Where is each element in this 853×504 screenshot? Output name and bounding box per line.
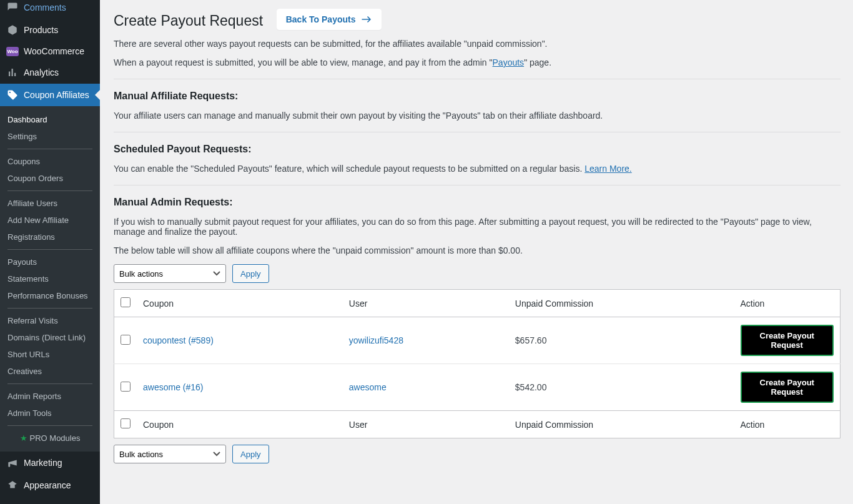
- col-commission: Unpaid Commission: [509, 290, 734, 317]
- create-payout-request-button[interactable]: Create Payout Request: [741, 325, 834, 356]
- affiliates-table: Coupon User Unpaid Commission Action cou…: [114, 289, 841, 438]
- submenu-settings[interactable]: Settings: [0, 128, 100, 145]
- manual-admin-heading: Manual Admin Requests:: [114, 197, 841, 208]
- sidebar-item-coupon-affiliates[interactable]: Coupon Affiliates: [0, 84, 100, 106]
- submenu-label: PRO Modules: [30, 433, 81, 443]
- manual-admin-text-1: If you wish to manually submit payout re…: [114, 217, 841, 237]
- commission-value: $542.00: [509, 364, 734, 411]
- create-payout-request-button[interactable]: Create Payout Request: [741, 372, 834, 403]
- submenu-admin-reports[interactable]: Admin Reports: [0, 388, 100, 405]
- sidebar-label: Coupon Affiliates: [24, 90, 89, 100]
- submenu-performance-bonuses[interactable]: Performance Bonuses: [0, 287, 100, 304]
- intro-text-1: There are several other ways payout requ…: [114, 39, 841, 49]
- sidebar-item-appearance[interactable]: Appearance: [0, 474, 100, 497]
- sidebar-label: Comments: [24, 2, 66, 12]
- sidebar-label: Marketing: [24, 458, 62, 468]
- submenu-add-new-affiliate[interactable]: Add New Affiliate: [0, 212, 100, 229]
- submenu-admin-tools[interactable]: Admin Tools: [0, 405, 100, 422]
- table-row: awesome (#16) awesome $542.00 Create Pay…: [114, 364, 841, 411]
- submenu-registrations[interactable]: Registrations: [0, 229, 100, 245]
- apply-button[interactable]: Apply: [232, 264, 269, 283]
- page-header: Create Payout Request Back To Payouts: [114, 0, 841, 30]
- sidebar-label: Appearance: [24, 480, 71, 490]
- col-action: Action: [734, 290, 841, 317]
- submenu-short-urls[interactable]: Short URLs: [0, 346, 100, 363]
- sidebar-item-marketing[interactable]: Marketing: [0, 452, 100, 474]
- scheduled-text: You can enable the "Scheduled Payouts" f…: [114, 164, 841, 174]
- row-checkbox[interactable]: [121, 382, 131, 392]
- sidebar-item-products[interactable]: Products: [0, 19, 100, 41]
- submenu-creatives[interactable]: Creatives: [0, 363, 100, 380]
- submenu-domains[interactable]: Domains (Direct Link): [0, 329, 100, 346]
- select-all-checkbox[interactable]: [121, 297, 131, 307]
- submenu-referral-visits[interactable]: Referral Visits: [0, 312, 100, 329]
- arrow-right-icon: [361, 15, 372, 24]
- col-coupon: Coupon: [137, 290, 343, 317]
- table-row: coupontest (#589) yowilizufi5428 $657.60…: [114, 317, 841, 364]
- bulk-actions-select[interactable]: Bulk actions: [114, 445, 226, 463]
- sidebar-label: Products: [24, 25, 58, 35]
- learn-more-link[interactable]: Learn More.: [584, 164, 631, 174]
- coupon-link[interactable]: coupontest (#589): [143, 335, 214, 345]
- submenu-coupon-orders[interactable]: Coupon Orders: [0, 170, 100, 187]
- coupon-affiliates-icon: [6, 89, 19, 101]
- sidebar-label: Analytics: [24, 67, 59, 77]
- analytics-icon: [6, 66, 19, 79]
- sidebar-label: WooCommerce: [24, 46, 84, 56]
- comments-icon: [6, 1, 19, 14]
- manual-admin-text-2: The below table will show all affiliate …: [114, 245, 841, 255]
- col-user: User: [343, 411, 509, 438]
- col-action: Action: [734, 411, 841, 438]
- apply-button[interactable]: Apply: [232, 445, 269, 463]
- appearance-icon: [6, 479, 19, 492]
- col-coupon: Coupon: [137, 411, 343, 438]
- sidebar-item-comments[interactable]: Comments: [0, 0, 100, 19]
- submenu-dashboard[interactable]: Dashboard: [0, 111, 100, 128]
- submenu-coupons[interactable]: Coupons: [0, 153, 100, 170]
- commission-value: $657.60: [509, 317, 734, 364]
- user-link[interactable]: yowilizufi5428: [349, 335, 403, 345]
- col-user: User: [343, 290, 509, 317]
- row-checkbox[interactable]: [121, 335, 131, 345]
- star-icon: ★: [20, 433, 27, 443]
- page-title: Create Payout Request: [114, 12, 263, 29]
- user-link[interactable]: awesome: [349, 382, 387, 392]
- manual-affiliate-text: Your affiliate users can manage and manu…: [114, 111, 841, 121]
- submenu-coupon-affiliates: Dashboard Settings Coupons Coupon Orders…: [0, 106, 100, 452]
- sidebar-item-analytics[interactable]: Analytics: [0, 61, 100, 84]
- payouts-link[interactable]: Payouts: [493, 57, 525, 67]
- submenu-payouts[interactable]: Payouts: [0, 254, 100, 270]
- coupon-link[interactable]: awesome (#16): [143, 382, 204, 392]
- admin-sidebar: Comments Products Woo WooCommerce Analyt…: [0, 0, 100, 504]
- back-button-label: Back To Payouts: [286, 14, 356, 24]
- products-icon: [6, 24, 19, 36]
- bulk-actions-select[interactable]: Bulk actions: [114, 264, 226, 283]
- sidebar-item-woocommerce[interactable]: Woo WooCommerce: [0, 41, 100, 61]
- select-all-checkbox-footer[interactable]: [121, 418, 131, 428]
- submenu-affiliate-users[interactable]: Affiliate Users: [0, 195, 100, 212]
- submenu-pro-modules[interactable]: ★PRO Modules: [0, 430, 100, 447]
- bulk-actions-top: Bulk actions Apply: [114, 264, 841, 283]
- intro-text-2: When a payout request is submitted, you …: [114, 57, 841, 67]
- bulk-actions-bottom: Bulk actions Apply: [114, 445, 841, 463]
- submenu-statements[interactable]: Statements: [0, 270, 100, 287]
- back-to-payouts-button[interactable]: Back To Payouts: [277, 9, 382, 30]
- col-commission: Unpaid Commission: [509, 411, 734, 438]
- main-content: Create Payout Request Back To Payouts Th…: [100, 0, 853, 504]
- scheduled-heading: Scheduled Payout Requests:: [114, 144, 841, 155]
- marketing-icon: [6, 457, 19, 469]
- woocommerce-icon: Woo: [6, 47, 19, 56]
- manual-affiliate-heading: Manual Affiliate Requests:: [114, 91, 841, 102]
